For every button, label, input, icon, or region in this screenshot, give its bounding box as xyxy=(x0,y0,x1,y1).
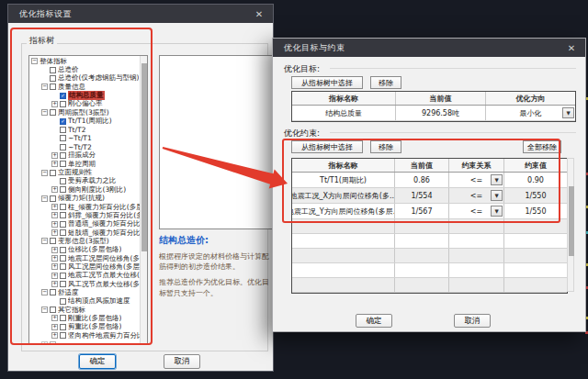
indicator-detail-listbox[interactable] xyxy=(159,55,273,229)
tree-item-checkbox[interactable] xyxy=(50,195,56,202)
close-icon[interactable]: ✕ xyxy=(565,43,578,53)
expand-icon[interactable]: + xyxy=(41,341,48,344)
column-header[interactable]: 约束值 xyxy=(504,159,567,172)
expand-icon[interactable]: + xyxy=(51,281,58,287)
tree-item[interactable]: +侧向刚度比(3刚比) xyxy=(29,185,140,194)
tree-scrollbar-thumb[interactable] xyxy=(141,63,147,251)
dropdown-button[interactable]: ▼ xyxy=(491,206,503,217)
column-header[interactable]: 当前值 xyxy=(395,159,449,172)
tree-item[interactable]: ✓结构总质量 xyxy=(29,91,140,99)
tree-item[interactable]: +竖向构件地震剪力百分比 xyxy=(29,331,140,340)
expand-icon[interactable]: + xyxy=(51,255,58,262)
tree-item[interactable]: 总造价(仅考虑钢筋与型钢) xyxy=(29,74,140,83)
tree-scrollbar[interactable] xyxy=(140,56,147,344)
tree-item[interactable]: + xyxy=(29,340,140,344)
tree-item[interactable]: +柱_倾覆力矩百分比(多层包络) xyxy=(29,203,140,211)
collapse-icon[interactable]: − xyxy=(41,195,48,202)
tree-item-checkbox[interactable] xyxy=(60,135,66,141)
tree-item[interactable]: Tt/T2 xyxy=(29,126,140,134)
column-header[interactable]: 当前值 xyxy=(396,92,486,105)
cancel-button[interactable]: 取消 xyxy=(164,354,200,369)
tree-item[interactable]: −周期振型(3振型) xyxy=(29,108,140,117)
tree-item[interactable]: +刚心偏心率 xyxy=(29,100,140,108)
left-dialog-titlebar[interactable]: 优化指标设置 ✕ xyxy=(8,5,273,23)
tree-item[interactable]: +位移比(多层包络) xyxy=(29,246,140,254)
expand-icon[interactable]: + xyxy=(51,186,58,193)
dropdown-button[interactable]: ▼ xyxy=(491,190,503,201)
collapse-icon[interactable]: − xyxy=(41,170,48,176)
constraint-table-scrollbar[interactable] xyxy=(567,158,574,292)
tree-item-checkbox[interactable] xyxy=(50,67,56,73)
column-header[interactable]: 约束关系 xyxy=(449,159,504,172)
table-row[interactable]: 结构总质量9296.58吨最小化▼ xyxy=(292,106,575,121)
tree-item[interactable]: ~Tt/T1 xyxy=(29,134,140,142)
tree-item-checkbox[interactable]: ✓ xyxy=(60,118,66,125)
constraint-remove-all-button[interactable]: 全部移除 xyxy=(523,140,561,153)
tree-item[interactable]: +地震工况层间位移角(多层包络) xyxy=(29,254,140,262)
tree-item-checkbox[interactable] xyxy=(50,109,56,116)
tree-item[interactable]: +风工况层间位移角(多层包络) xyxy=(29,262,140,271)
collapse-icon[interactable]: − xyxy=(41,109,48,116)
tree-item-checkbox[interactable] xyxy=(60,332,66,339)
tree-item-checkbox[interactable] xyxy=(60,324,66,330)
tree-item[interactable]: 总造价 xyxy=(29,65,140,73)
tree-item[interactable]: −立面规则性 xyxy=(29,168,140,176)
table-empty-row[interactable] xyxy=(292,249,567,263)
tree-item[interactable]: +斜撑_倾覆力矩百分比(多层包络) xyxy=(29,211,140,219)
table-empty-row[interactable] xyxy=(292,263,567,278)
constraint-remove-button[interactable]: 移除 xyxy=(370,140,401,153)
collapse-icon[interactable]: − xyxy=(41,238,48,244)
ok-button[interactable]: 确定 xyxy=(79,354,116,369)
ok-button[interactable]: 确定 xyxy=(356,314,392,328)
expand-icon[interactable]: + xyxy=(51,212,58,218)
expand-icon[interactable]: + xyxy=(51,332,58,339)
tree-item[interactable]: +剪重比(多层包络) xyxy=(29,323,140,331)
tree-item-checkbox[interactable] xyxy=(60,152,66,159)
tree-item-checkbox[interactable] xyxy=(60,229,66,236)
tree-item[interactable]: −质量信息 xyxy=(29,83,140,91)
expand-icon[interactable]: + xyxy=(51,101,58,107)
column-header[interactable]: 指标名称 xyxy=(292,159,395,172)
right-dialog-titlebar[interactable]: 优化目标与约束 ✕ xyxy=(273,39,585,57)
tree-item-checkbox[interactable] xyxy=(50,238,56,244)
goal-remove-button[interactable]: 移除 xyxy=(370,76,401,89)
table-row[interactable]: Tt/T1(周期比)0.86<=▼0.90 xyxy=(292,173,567,188)
expand-icon[interactable]: + xyxy=(51,273,58,279)
collapse-icon[interactable]: − xyxy=(41,307,48,313)
tree-item[interactable]: ~Tt/T2 xyxy=(29,142,140,150)
expand-icon[interactable]: + xyxy=(51,152,58,159)
tree-item-checkbox[interactable] xyxy=(60,178,66,184)
tree-item-checkbox[interactable] xyxy=(60,221,66,228)
tree-item[interactable]: 结构顶点风振加速度 xyxy=(29,297,140,306)
table-row[interactable]: 地震工况_Y方向层间位移角(多层...1/567<=▼1/550 xyxy=(292,204,567,219)
tree-item-checkbox[interactable] xyxy=(50,289,56,295)
table-row[interactable]: 地震工况_X方向层间位移角(多...1/554<=▼1/550 xyxy=(292,188,567,204)
goal-select-from-tree-button[interactable]: 从指标树中选择 xyxy=(291,76,363,89)
tree-item[interactable]: +扭振成分 xyxy=(29,151,140,160)
collapse-icon[interactable]: − xyxy=(41,289,48,295)
tree-item[interactable]: +短肢墙_倾覆力矩百分比(多层包络) xyxy=(29,229,140,237)
tree-item[interactable]: −倾覆力矩(抗规) xyxy=(29,195,140,203)
tree-item[interactable]: ✓Tt/T1(周期比) xyxy=(29,117,140,125)
column-header[interactable]: 优化方向 xyxy=(486,92,575,105)
expand-icon[interactable]: + xyxy=(51,204,58,210)
tree-item[interactable]: −整体指标 xyxy=(29,57,140,65)
tree-item[interactable]: −其它指标 xyxy=(29,306,140,314)
tree-item-checkbox[interactable] xyxy=(60,255,66,262)
tree-item-checkbox[interactable] xyxy=(60,101,66,107)
tree-item[interactable]: +普通墙_倾覆力矩百分比(多层包络) xyxy=(29,220,140,229)
expand-icon[interactable]: + xyxy=(51,221,58,228)
tree-item-checkbox[interactable] xyxy=(60,186,66,193)
tree-item[interactable]: +地震工况节点最大位移(多层包络) xyxy=(29,272,140,280)
dropdown-button[interactable]: ▼ xyxy=(562,107,574,118)
expand-icon[interactable]: + xyxy=(51,247,58,253)
constraint-select-from-tree-button[interactable]: 从指标树中选择 xyxy=(291,140,363,153)
tree-item-checkbox[interactable]: ✓ xyxy=(60,93,66,99)
table-empty-row[interactable] xyxy=(292,278,567,293)
tree-item[interactable]: 受剪承载力之比 xyxy=(29,177,140,185)
cancel-button[interactable]: 取消 xyxy=(454,314,491,328)
expand-icon[interactable]: + xyxy=(51,161,58,167)
tree-item-checkbox[interactable] xyxy=(60,298,66,305)
collapse-icon[interactable]: − xyxy=(41,84,48,90)
tree-item-checkbox[interactable] xyxy=(50,75,56,82)
